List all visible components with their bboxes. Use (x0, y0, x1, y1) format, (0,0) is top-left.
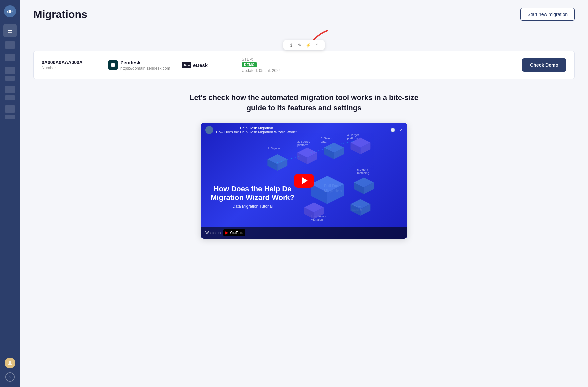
nav-placeholder (5, 76, 15, 81)
svg-rect-2 (8, 29, 12, 29)
edesk-icon: eDesk (182, 62, 191, 68)
avatar[interactable] (5, 358, 15, 368)
svg-rect-4 (8, 32, 12, 33)
svg-text:matching: matching (357, 171, 369, 175)
edesk-brand-icon: eDesk (182, 62, 191, 68)
migration-card: 0A000A0AAA000A Number Zendesk https://do… (33, 51, 575, 79)
zendesk-logo: Zendesk https://domain.zendesk.com (108, 60, 170, 71)
nav-group-3 (3, 67, 17, 81)
page-header: Migrations Start new migration (20, 0, 588, 27)
main-content-area: ℹ ✎ ⚡ ⇡ 0A000A0AAA000A Number (20, 27, 588, 387)
nav-group-5 (3, 105, 17, 119)
edit-icon[interactable]: ✎ (297, 42, 303, 48)
page-title: Migrations (33, 8, 87, 21)
edesk-name: eDesk (193, 62, 208, 68)
zendesk-info: Zendesk https://domain.zendesk.com (120, 60, 170, 71)
nav-placeholder (5, 115, 15, 119)
video-background: Help Desk Migration How Does the Help De… (201, 123, 407, 239)
video-section: Let's check how the automated migration … (33, 93, 575, 239)
migration-container: ℹ ✎ ⚡ ⇡ 0A000A0AAA000A Number (33, 51, 575, 79)
step-row: DEMO (242, 62, 522, 67)
sidebar-item-list[interactable] (3, 24, 17, 37)
migration-step: STEP: DEMO Updated: 05 Jul, 2024 (242, 57, 522, 73)
list-icon (7, 28, 13, 34)
demo-badge: DEMO (242, 62, 257, 67)
nav-placeholder (5, 54, 15, 61)
nav-placeholder (5, 67, 15, 74)
main-content: Migrations Start new migration ℹ ✎ ⚡ ⇡ (20, 0, 588, 387)
video-main-title: How Does the Help DeMigration Wizard Wor… (211, 185, 294, 202)
youtube-text: YouTube (230, 231, 243, 235)
help-button[interactable]: ? (5, 372, 15, 382)
migration-id-section: 0A000A0AAA000A Number (42, 60, 108, 70)
svg-text:3. Select: 3. Select (321, 136, 332, 140)
check-demo-button[interactable]: Check Demo (522, 58, 566, 72)
sidebar: ? (0, 0, 20, 387)
nav-group-4 (3, 86, 17, 100)
video-headline: Let's check how the automated migration … (187, 93, 421, 113)
nav-group-2 (3, 54, 17, 61)
zendesk-icon (108, 60, 118, 70)
zendesk-url: https://domain.zendesk.com (120, 66, 170, 71)
nav-placeholder (5, 41, 15, 49)
nav-placeholder (5, 105, 15, 113)
logo[interactable] (4, 5, 16, 17)
bolt-icon[interactable]: ⚡ (305, 42, 311, 48)
play-button[interactable] (294, 174, 314, 188)
user-icon (7, 360, 13, 366)
svg-text:5. Agent: 5. Agent (357, 168, 368, 171)
share-icon[interactable]: ⇡ (314, 42, 320, 48)
watch-on-text: Watch on (205, 231, 221, 235)
youtube-icon: ▶ (225, 230, 228, 235)
svg-text:platform: platform (347, 136, 358, 140)
video-sub-title: Data Migration Tutorial (211, 204, 294, 209)
edesk-logo: eDesk eDesk (182, 62, 208, 68)
svg-text:platform: platform (297, 143, 308, 146)
svg-rect-3 (8, 30, 12, 31)
step-updated: Updated: 05 Jul, 2024 (242, 68, 522, 73)
nav-group-1 (3, 41, 17, 49)
zendesk-name: Zendesk (120, 60, 170, 65)
info-icon[interactable]: ℹ (288, 42, 294, 48)
step-label: STEP: (242, 57, 522, 62)
svg-text:data: data (321, 140, 326, 143)
sidebar-bottom: ? (5, 358, 15, 382)
play-triangle-icon (302, 177, 308, 184)
migration-id: 0A000A0AAA000A (42, 60, 108, 65)
nav-placeholder (5, 95, 15, 100)
migration-source: Zendesk https://domain.zendesk.com (108, 60, 182, 71)
svg-text:eDesk: eDesk (183, 64, 190, 67)
svg-text:4. Target: 4. Target (347, 133, 359, 136)
svg-text:Migration: Migration (311, 218, 323, 221)
zendesk-brand-icon (110, 62, 116, 68)
planet-icon (7, 8, 13, 15)
migration-number-label: Number (42, 66, 108, 70)
tooltip-bar: ℹ ✎ ⚡ ⇡ (283, 40, 325, 50)
video-left-text: How Does the Help DeMigration Wizard Wor… (211, 185, 294, 209)
start-migration-button[interactable]: Start new migration (520, 8, 575, 21)
nav-placeholder (5, 86, 15, 93)
svg-text:2. Source: 2. Source (297, 140, 310, 143)
video-player[interactable]: Help Desk Migration How Does the Help De… (201, 123, 407, 239)
migration-target: eDesk eDesk (182, 62, 242, 68)
yt-bottom-bar: Watch on ▶ YouTube (201, 227, 407, 239)
svg-text:1. Sign in: 1. Sign in (267, 146, 280, 150)
youtube-logo[interactable]: ▶ YouTube (223, 229, 245, 236)
svg-point-5 (9, 361, 11, 363)
